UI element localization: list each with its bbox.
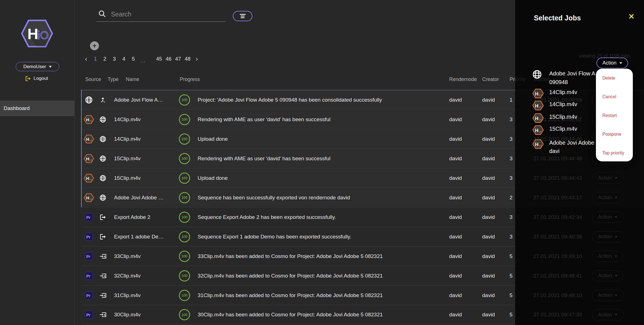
import-icon: A xyxy=(98,311,108,318)
user-menu-button[interactable]: DemoUser xyxy=(16,62,59,71)
job-priority: 3 xyxy=(510,234,513,240)
filter-button[interactable] xyxy=(233,11,252,21)
svg-text:H: H xyxy=(535,142,538,147)
premiere-source-icon: Pr xyxy=(83,310,95,319)
globe-icon xyxy=(532,69,545,87)
job-rendernode: david xyxy=(449,214,462,220)
logout-button[interactable]: Logout xyxy=(25,75,48,82)
close-icon[interactable]: ✕ xyxy=(628,12,634,21)
page-next-button[interactable]: › xyxy=(194,56,200,62)
column-header-rendernode[interactable]: Rendernode xyxy=(449,77,477,82)
page-button-2[interactable]: 2 xyxy=(102,56,108,62)
job-rendernode: david xyxy=(449,234,462,240)
bulk-action-button[interactable]: Action xyxy=(596,58,628,68)
menu-item-top-priority[interactable]: Top priority xyxy=(602,150,624,156)
search-input[interactable] xyxy=(111,9,223,20)
svg-text:A: A xyxy=(104,294,106,297)
job-name: 30Clip.m4v xyxy=(114,312,173,318)
job-rendernode: david xyxy=(449,195,462,201)
menu-item-delete[interactable]: Delete xyxy=(602,76,615,81)
job-name: 32Clip.m4v xyxy=(114,273,173,279)
svg-text:A: A xyxy=(104,255,106,258)
column-header-type[interactable]: Type xyxy=(108,77,119,82)
job-rendernode: david xyxy=(449,116,462,123)
selected-job-name: 15Clip.m4v xyxy=(549,125,577,136)
job-message: 32Clip.m4v has been added to Cosmo for P… xyxy=(198,273,444,279)
svg-text:H: H xyxy=(86,137,89,142)
progress-badge: 100 xyxy=(179,114,190,125)
job-name: 14Clip.m4v xyxy=(114,136,173,142)
export-icon xyxy=(98,214,108,221)
globe-icon xyxy=(98,175,108,182)
page-button-48[interactable]: 48 xyxy=(184,56,191,62)
hco-source-icon: Hco xyxy=(83,134,95,144)
globe-icon xyxy=(98,194,108,201)
progress-value: 100 xyxy=(181,117,188,121)
selected-job-item: Hco14Clip.m4v xyxy=(532,88,577,99)
page-button-46[interactable]: 46 xyxy=(165,56,172,62)
progress-badge: 100 xyxy=(179,309,190,320)
progress-value: 100 xyxy=(181,215,188,219)
premiere-source-icon: Pr xyxy=(83,252,95,261)
job-creator: david xyxy=(482,253,495,259)
hco-icon: Hco xyxy=(532,88,545,99)
selected-job-item: Hco15Clip.m4v xyxy=(532,125,577,136)
menu-item-cancel[interactable]: Cancel xyxy=(602,94,616,100)
job-creator: david xyxy=(482,195,495,201)
svg-text:H: H xyxy=(27,25,38,42)
selected-job-name: 15Clip.m4v xyxy=(549,113,577,124)
chevron-down-icon xyxy=(49,66,52,68)
page-button-45[interactable]: 45 xyxy=(156,56,162,62)
progress-badge: 100 xyxy=(179,173,190,184)
premiere-source-icon: Pr xyxy=(83,213,95,221)
menu-item-postpone[interactable]: Postpone xyxy=(602,132,621,137)
progress-badge: 100 xyxy=(179,212,190,223)
progress-badge: 100 xyxy=(179,231,190,242)
job-rendernode: david xyxy=(449,292,462,298)
user-menu-label: DemoUser xyxy=(23,64,46,70)
job-rendernode: david xyxy=(449,175,462,181)
svg-text:co: co xyxy=(89,139,93,142)
job-message: Upload done xyxy=(198,175,444,181)
job-creator: david xyxy=(482,214,495,220)
job-creator: david xyxy=(482,234,495,240)
selected-job-item: Hco14Clip.m4v xyxy=(532,100,577,111)
column-header-source[interactable]: Source xyxy=(85,77,101,82)
page-button-47[interactable]: 47 xyxy=(175,56,181,62)
job-creator: david xyxy=(482,136,495,142)
import-icon: A xyxy=(98,253,108,260)
page-button-1[interactable]: 1 xyxy=(92,56,98,62)
progress-badge: 100 xyxy=(179,192,190,203)
menu-item-restart[interactable]: Restart xyxy=(602,113,617,119)
column-header-creator[interactable]: Creator xyxy=(482,77,499,82)
sidebar-item-dashboard[interactable]: Dashboard xyxy=(0,101,75,116)
page-button-3[interactable]: 3 xyxy=(111,56,117,62)
job-priority: 3 xyxy=(510,156,513,162)
add-job-button[interactable]: + xyxy=(90,41,99,50)
hco-icon: Hco xyxy=(532,138,545,155)
column-header-name[interactable]: Name xyxy=(126,77,139,82)
hco-source-icon: Hco xyxy=(83,173,95,183)
job-message: 33Clip.m4v has been added to Cosmo for P… xyxy=(198,253,444,259)
svg-text:iO: iO xyxy=(37,29,49,41)
svg-text:Pr: Pr xyxy=(86,235,91,239)
page-prev-button[interactable]: ‹ xyxy=(83,56,89,62)
job-creator: david xyxy=(482,97,495,103)
job-name: 33Clip.m4v xyxy=(114,253,173,259)
selected-jobs-panel: Selected Jobs ✕ Action Adobe Jovi Flow A… xyxy=(515,0,644,325)
job-creator: david xyxy=(482,116,495,123)
column-header-progress[interactable]: Progress xyxy=(180,77,200,82)
progress-badge: 100 xyxy=(179,290,190,301)
svg-text:Pr: Pr xyxy=(86,293,91,298)
page-button-5[interactable]: 5 xyxy=(130,56,136,62)
svg-text:co: co xyxy=(539,93,542,97)
flow-icon xyxy=(98,96,108,104)
svg-text:co: co xyxy=(539,118,542,121)
svg-text:Pr: Pr xyxy=(86,313,91,317)
page-button-4[interactable]: 4 xyxy=(121,56,127,62)
hco-icon: Hco xyxy=(532,113,545,124)
hco-icon: Hco xyxy=(532,100,545,111)
job-priority: 3 xyxy=(510,214,513,220)
job-name: Export 1 adobe De… xyxy=(114,234,173,240)
job-rendernode: david xyxy=(449,156,462,162)
